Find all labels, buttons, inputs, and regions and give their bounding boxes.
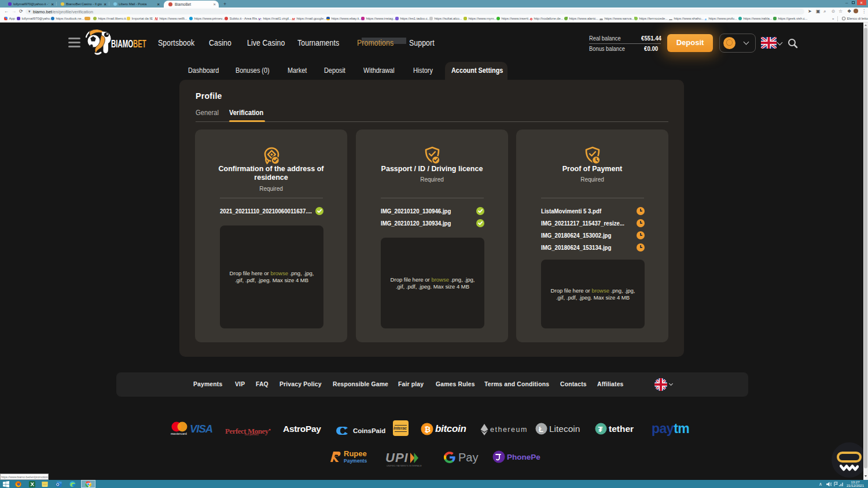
svg-text:Ł: Ł: [539, 425, 543, 434]
svg-text:mastercard: mastercard: [171, 432, 187, 435]
svg-text:₮: ₮: [598, 425, 603, 434]
svg-text:₿: ₿: [425, 425, 431, 434]
